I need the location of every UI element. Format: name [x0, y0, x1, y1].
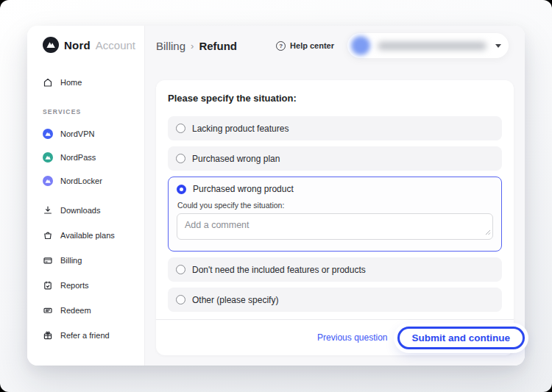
option-dont-need-features[interactable]: Don't need the included features or prod…	[168, 257, 502, 282]
brand-suffix: Account	[96, 39, 135, 51]
comment-label: Could you specify the situation:	[177, 201, 493, 210]
previous-question-link[interactable]: Previous question	[317, 332, 387, 343]
sidebar-item-label: NordLocker	[60, 177, 102, 185]
sidebar-item-label: Refer a friend	[60, 331, 110, 340]
nord-account-window: Nord Account Home SERVICES NordVPN	[27, 26, 525, 366]
sidebar-item-billing[interactable]: Billing	[43, 255, 144, 266]
help-center-button[interactable]: ? Help center	[276, 41, 334, 51]
nordpass-icon	[43, 152, 53, 163]
radio-selected-icon[interactable]	[177, 185, 186, 194]
radio-unselected-icon[interactable]	[176, 154, 185, 163]
sidebar-item-downloads[interactable]: Downloads	[43, 205, 144, 215]
option-purchased-wrong-plan[interactable]: Purchased wrong plan	[168, 146, 502, 171]
breadcrumb: Billing › Refund	[156, 40, 237, 52]
form-title: Please specify the situation:	[156, 93, 514, 116]
user-menu[interactable]	[347, 33, 509, 58]
basket-icon	[43, 230, 53, 240]
option-label: Other (please specify)	[192, 295, 278, 305]
sidebar-lower-group: Downloads Available plans Billing	[43, 205, 144, 341]
sidebar-item-refer-a-friend[interactable]: Refer a friend	[43, 330, 144, 341]
sidebar-item-nordvpn[interactable]: NordVPN	[43, 129, 144, 139]
avatar	[351, 36, 370, 55]
sidebar-item-label: Available plans	[60, 231, 115, 240]
report-icon	[43, 280, 53, 291]
sidebar-item-nordpass[interactable]: NordPass	[43, 152, 144, 163]
sidebar-item-available-plans[interactable]: Available plans	[43, 230, 144, 240]
breadcrumb-refund: Refund	[199, 40, 237, 52]
form-footer: Previous question Submit and continue	[156, 319, 514, 355]
resize-handle-icon[interactable]	[485, 225, 491, 238]
gift-icon	[43, 330, 53, 341]
options-list: Lacking product features Purchased wrong…	[156, 116, 514, 312]
desktop-background: Nord Account Home SERVICES NordVPN	[0, 0, 552, 392]
submit-and-continue-button[interactable]: Submit and continue	[397, 327, 526, 349]
option-label: Lacking product features	[192, 124, 289, 134]
user-name-redacted	[378, 42, 486, 50]
comment-field-wrap	[177, 213, 493, 243]
brand-name: Nord	[64, 39, 91, 51]
ticket-icon	[43, 305, 53, 316]
sidebar-item-label: NordPass	[60, 153, 96, 162]
option-label: Don't need the included features or prod…	[192, 265, 366, 275]
topbar-right: ? Help center	[276, 33, 509, 58]
radio-unselected-icon[interactable]	[176, 124, 185, 133]
sidebar-item-redeem[interactable]: Redeem	[43, 305, 144, 316]
nordvpn-icon	[43, 129, 53, 139]
services-heading: SERVICES	[43, 108, 144, 115]
sidebar-item-home[interactable]: Home	[43, 77, 144, 88]
sidebar: Nord Account Home SERVICES NordVPN	[27, 26, 145, 366]
credit-card-icon	[43, 255, 53, 266]
main-area: Billing › Refund ? Help center	[145, 26, 525, 366]
option-label: Purchased wrong product	[193, 184, 294, 194]
sidebar-item-label: Home	[60, 78, 82, 87]
sidebar-item-label: Downloads	[60, 206, 100, 215]
nordlocker-icon	[43, 176, 53, 186]
chevron-down-icon	[495, 44, 501, 48]
home-icon	[43, 77, 53, 88]
brand: Nord Account	[43, 37, 144, 53]
breadcrumb-billing[interactable]: Billing	[156, 40, 185, 52]
sidebar-item-label: Billing	[60, 256, 82, 265]
sidebar-item-label: NordVPN	[60, 129, 94, 138]
option-lacking-product-features[interactable]: Lacking product features	[168, 116, 502, 140]
refund-form-card: Please specify the situation: Lacking pr…	[156, 80, 514, 355]
comment-input[interactable]	[177, 213, 493, 240]
sidebar-item-label: Redeem	[60, 306, 91, 315]
sidebar-item-label: Reports	[60, 281, 89, 290]
radio-unselected-icon[interactable]	[176, 265, 185, 274]
download-icon	[43, 205, 53, 215]
option-other[interactable]: Other (please specify)	[168, 288, 502, 312]
help-label: Help center	[290, 41, 334, 50]
option-purchased-wrong-product[interactable]: Purchased wrong product	[177, 184, 493, 194]
breadcrumb-separator: ›	[191, 40, 194, 51]
radio-unselected-icon[interactable]	[176, 295, 185, 304]
option-purchased-wrong-product-selected: Purchased wrong product Could you specif…	[168, 177, 502, 252]
nord-logo-icon	[43, 37, 59, 53]
help-icon: ?	[276, 41, 286, 51]
sidebar-item-nordlocker[interactable]: NordLocker	[43, 176, 144, 186]
topbar: Billing › Refund ? Help center	[145, 26, 525, 65]
sidebar-item-reports[interactable]: Reports	[43, 280, 144, 291]
option-label: Purchased wrong plan	[192, 154, 280, 164]
